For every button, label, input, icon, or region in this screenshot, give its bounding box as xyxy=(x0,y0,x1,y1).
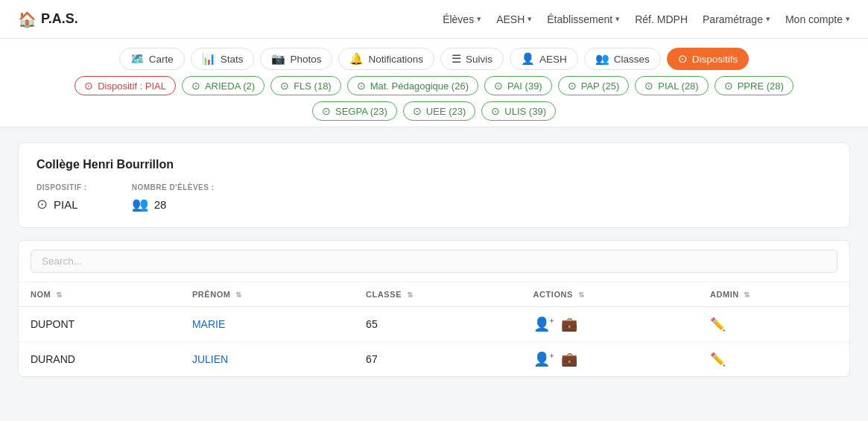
col-classe: CLASSE ⇅ xyxy=(354,282,522,307)
cell-admin: ✏️ xyxy=(698,342,849,377)
tab-aesh[interactable]: 👤 AESH xyxy=(510,48,578,70)
tab-row: 🗺️ Carte 📊 Stats 📷 Photos 🔔 Notification… xyxy=(119,48,750,70)
cell-classe: 67 xyxy=(354,342,522,377)
photos-icon: 📷 xyxy=(271,52,285,66)
nav-etablissement[interactable]: Établissement▾ xyxy=(547,13,620,25)
filter-row-1: ⊙ Dispositif : PIAL ⊙ ARIEDA (2) ⊙ FLS (… xyxy=(75,76,793,95)
col-prenom: PRÉNOM ⇅ xyxy=(180,282,354,307)
col-actions: ACTIONS ⇅ xyxy=(522,282,698,307)
tab-stats-label: Stats xyxy=(221,54,244,65)
filter-ppre-icon: ⊙ xyxy=(724,80,733,92)
classes-icon: 👥 xyxy=(595,52,609,66)
eleves-count: 28 xyxy=(154,198,167,211)
filter-segpa-icon: ⊙ xyxy=(322,105,331,117)
filter-ppre-label: PPRE (28) xyxy=(738,80,784,92)
sort-nom-icon: ⇅ xyxy=(56,291,63,299)
tab-stats[interactable]: 📊 Stats xyxy=(191,48,255,70)
filter-fls-label: FLS (18) xyxy=(294,80,332,92)
filter-uee-icon: ⊙ xyxy=(413,105,422,117)
main-content: Collège Henri Bourrillon DISPOSITIF : ⊙ … xyxy=(0,127,868,392)
filter-ppre[interactable]: ⊙ PPRE (28) xyxy=(715,76,793,95)
tab-suivis[interactable]: ☰ Suivis xyxy=(440,48,504,70)
stats-icon: 📊 xyxy=(202,52,216,66)
nav-mon-compte[interactable]: Mon compte▾ xyxy=(785,13,850,25)
navbar: 🏠 P.A.S. Élèves▾ AESH▾ Établissement▾ Ré… xyxy=(0,0,868,39)
filter-arieda[interactable]: ⊙ ARIEDA (2) xyxy=(182,76,264,95)
cell-admin: ✏️ xyxy=(698,307,849,342)
filter-uee[interactable]: ⊙ UEE (23) xyxy=(403,101,475,121)
chevron-aesh: ▾ xyxy=(528,14,532,24)
dispositif-block: DISPOSITIF : ⊙ PIAL xyxy=(37,183,87,212)
nav-aesh[interactable]: AESH▾ xyxy=(496,13,532,25)
tab-photos-label: Photos xyxy=(290,54,321,65)
nav-parametrage-label: Paramétrage xyxy=(703,13,763,25)
sort-admin-icon: ⇅ xyxy=(744,291,750,299)
filter-pial[interactable]: ⊙ PIAL (28) xyxy=(635,76,708,95)
tab-carte[interactable]: 🗺️ Carte xyxy=(119,48,185,70)
tab-classes[interactable]: 👥 Classes xyxy=(584,48,661,70)
filter-mat-pedagogique[interactable]: ⊙ Mat. Pédagogique (26) xyxy=(347,76,478,95)
nav-eleves-label: Élèves xyxy=(443,13,474,25)
brand-name: P.A.S. xyxy=(41,11,78,27)
sort-prenom-icon: ⇅ xyxy=(235,291,242,299)
briefcase-icon[interactable]: 💼 xyxy=(561,351,577,367)
search-input[interactable] xyxy=(31,250,837,273)
eleves-block: NOMBRE D'ÉLÈVES : 👥 28 xyxy=(132,183,215,212)
nav-mon-compte-label: Mon compte xyxy=(785,13,843,25)
cell-actions: 👤+ 💼 xyxy=(522,307,698,342)
nav-parametrage[interactable]: Paramétrage▾ xyxy=(703,13,770,25)
filter-ulis[interactable]: ⊙ ULIS (39) xyxy=(481,101,556,121)
nav-links: Élèves▾ AESH▾ Établissement▾ Réf. MDPH P… xyxy=(443,13,850,25)
filter-pai[interactable]: ⊙ PAI (39) xyxy=(484,76,552,95)
toolbar: 🗺️ Carte 📊 Stats 📷 Photos 🔔 Notification… xyxy=(0,39,868,127)
nav-eleves[interactable]: Élèves▾ xyxy=(443,13,481,25)
tab-dispositifs-label: Dispositifs xyxy=(692,54,738,65)
filter-ulis-label: ULIS (39) xyxy=(504,106,546,117)
filter-row-2: ⊙ SEGPA (23) ⊙ UEE (23) ⊙ ULIS (39) xyxy=(312,101,556,121)
tab-photos[interactable]: 📷 Photos xyxy=(260,48,332,70)
filter-mat-label: Mat. Pédagogique (26) xyxy=(370,80,469,92)
col-admin: ADMIN ⇅ xyxy=(698,282,849,307)
chevron-etablissement: ▾ xyxy=(615,14,620,24)
cell-actions: 👤+ 💼 xyxy=(522,342,698,377)
table-header-row: NOM ⇅ PRÉNOM ⇅ CLASSE ⇅ ACTIONS ⇅ xyxy=(19,282,849,307)
filter-arieda-label: ARIEDA (2) xyxy=(205,80,255,92)
dispositif-icon: ⊙ xyxy=(37,196,48,212)
chevron-eleves: ▾ xyxy=(477,14,481,24)
nav-etablissement-label: Établissement xyxy=(547,13,612,25)
students-table-card: NOM ⇅ PRÉNOM ⇅ CLASSE ⇅ ACTIONS ⇅ xyxy=(18,240,850,377)
cell-nom: DUPONT xyxy=(19,307,180,342)
filter-pap[interactable]: ⊙ PAP (25) xyxy=(558,76,630,95)
home-icon: 🏠 xyxy=(18,10,37,28)
nav-aesh-label: AESH xyxy=(496,13,525,25)
edit-icon[interactable]: ✏️ xyxy=(710,317,726,332)
eleves-value: 👥 28 xyxy=(132,196,215,212)
tab-aesh-label: AESH xyxy=(539,54,567,65)
dispositif-label: DISPOSITIF : xyxy=(37,183,87,191)
filter-fls[interactable]: ⊙ FLS (18) xyxy=(270,76,341,95)
school-card: Collège Henri Bourrillon DISPOSITIF : ⊙ … xyxy=(18,142,850,228)
filter-pap-icon: ⊙ xyxy=(568,80,577,92)
briefcase-icon[interactable]: 💼 xyxy=(561,316,577,332)
filter-dispositif-pial[interactable]: ⊙ Dispositif : PIAL xyxy=(75,76,176,95)
nav-ref-mdph[interactable]: Réf. MDPH xyxy=(635,13,688,25)
sort-classe-icon: ⇅ xyxy=(407,291,414,299)
chevron-parametrage: ▾ xyxy=(766,14,770,24)
filter-segpa-label: SEGPA (23) xyxy=(335,106,387,117)
tab-notifications-label: Notifications xyxy=(368,54,423,65)
add-person-icon[interactable]: 👤+ xyxy=(533,351,554,367)
edit-icon[interactable]: ✏️ xyxy=(710,352,726,367)
tab-notifications[interactable]: 🔔 Notifications xyxy=(338,48,434,70)
filter-dispositif-pial-label: Dispositif : PIAL xyxy=(98,80,166,92)
filter-segpa[interactable]: ⊙ SEGPA (23) xyxy=(312,101,397,121)
eleves-icon: 👥 xyxy=(132,196,148,212)
cell-prenom: JULIEN xyxy=(180,342,354,377)
col-nom: NOM ⇅ xyxy=(19,282,180,307)
filter-uee-label: UEE (23) xyxy=(426,106,466,117)
carte-icon: 🗺️ xyxy=(130,52,145,66)
eleves-label: NOMBRE D'ÉLÈVES : xyxy=(132,183,215,191)
add-person-icon[interactable]: 👤+ xyxy=(533,316,554,332)
filter-arieda-icon: ⊙ xyxy=(191,80,200,92)
tab-dispositifs[interactable]: ⊙ Dispositifs xyxy=(667,48,750,70)
filter-mat-icon: ⊙ xyxy=(357,80,366,92)
